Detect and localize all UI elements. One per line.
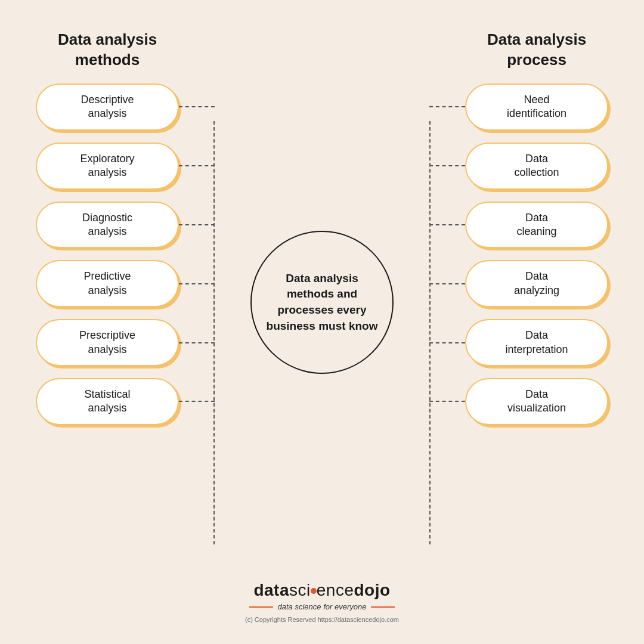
list-item: Datacollection: [465, 143, 608, 190]
vertical-line-right: [429, 121, 431, 544]
tagline-line-left: [249, 606, 273, 608]
list-item: Datainterpretation: [465, 319, 608, 366]
list-item: Datacleaning: [465, 202, 608, 249]
list-item: Predictiveanalysis: [36, 260, 179, 307]
left-column-header: Data analysis methods: [36, 30, 179, 70]
left-column: Descriptiveanalysis Exploratoryanalysis …: [36, 83, 179, 425]
logo-dot: [311, 588, 317, 594]
list-item: Needidentification: [465, 83, 608, 131]
list-item: Dataanalyzing: [465, 260, 608, 307]
list-item: Diagnosticanalysis: [36, 202, 179, 249]
tagline-line-right: [371, 606, 395, 608]
list-item: Exploratoryanalysis: [36, 143, 179, 190]
center-circle: Data analysis methods and processes ever…: [250, 231, 394, 374]
list-item: Datavisualization: [465, 378, 608, 425]
footer: datasciencedojo data science for everyon…: [245, 581, 399, 632]
content-area: Data analysis methods Data analysis proc…: [36, 24, 608, 581]
vertical-line-left: [213, 121, 215, 544]
right-column-header: Data analysis process: [465, 30, 608, 70]
list-item: Descriptiveanalysis: [36, 83, 179, 131]
logo: datasciencedojo: [253, 581, 390, 600]
right-column: Needidentification Datacollection Datacl…: [465, 83, 608, 425]
logo-tagline: data science for everyone: [249, 602, 395, 611]
copyright: (c) Copyrights Reserved https://datascie…: [245, 616, 399, 623]
main-container: Data analysis methods Data analysis proc…: [0, 0, 644, 644]
list-item: Statisticalanalysis: [36, 378, 179, 425]
list-item: Prescriptiveanalysis: [36, 319, 179, 366]
